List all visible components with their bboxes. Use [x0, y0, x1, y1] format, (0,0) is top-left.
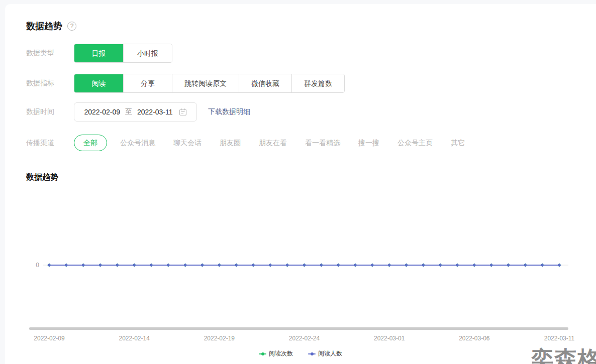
data-point [455, 263, 459, 267]
data-point [472, 263, 476, 267]
channel-option[interactable]: 朋友圈 [220, 139, 241, 148]
date-separator: 至 [125, 107, 132, 116]
watermark: 奕森格 [531, 344, 596, 364]
data-point [64, 263, 68, 267]
data-type-row: 数据类型 日报小时报 [26, 44, 596, 63]
data-point [285, 263, 289, 267]
data-point [98, 263, 102, 267]
data-time-row: 数据时间 2022-02-09 至 2022-03-11 下载数据明细 [26, 102, 596, 122]
data-point [370, 263, 374, 267]
legend-label: 阅读次数 [269, 349, 293, 358]
x-axis-label: 2022-02-19 [204, 335, 235, 342]
data-point [405, 263, 408, 267]
data-point [387, 263, 391, 267]
data-metric-group: 阅读分享跳转阅读原文微信收藏群发篇数 [74, 74, 345, 93]
data-metric-row: 数据指标 阅读分享跳转阅读原文微信收藏群发篇数 [26, 74, 596, 93]
channel-row: 传播渠道 全部公众号消息聊天会话朋友圈朋友在看看一看精选搜一搜公众号主页其它 [26, 135, 596, 151]
data-point [133, 263, 136, 267]
channel-option[interactable]: 公众号消息 [120, 139, 155, 148]
help-icon[interactable]: ? [67, 22, 76, 31]
data-point [201, 263, 204, 267]
x-axis-label: 2022-02-14 [119, 335, 150, 342]
data-point [268, 263, 272, 267]
data-type-label: 数据类型 [26, 49, 74, 58]
data-point [303, 263, 306, 267]
data-point [557, 263, 561, 267]
channel-option[interactable]: 全部 [74, 135, 107, 151]
data-trend-panel: 数据趋势 ? 数据类型 日报小时报 数据指标 阅读分享跳转阅读原文微信收藏群发篇… [5, 4, 596, 364]
data-point [251, 263, 255, 267]
data-point [149, 263, 153, 267]
data-point [353, 263, 357, 267]
data-point [47, 263, 51, 267]
channel-label: 传播渠道 [26, 139, 74, 148]
legend-item[interactable]: 阅读次数 [259, 349, 293, 358]
data-metric-option[interactable]: 阅读 [74, 74, 123, 92]
data-point [422, 263, 425, 267]
data-metric-option[interactable]: 群发篇数 [291, 74, 344, 92]
legend-marker-icon [308, 353, 316, 354]
data-point [507, 263, 510, 267]
channel-option[interactable]: 聊天会话 [173, 139, 202, 148]
x-axis-label: 2022-03-06 [459, 335, 490, 342]
legend-item[interactable]: 阅读人数 [308, 349, 342, 358]
download-data-link[interactable]: 下载数据明细 [208, 107, 250, 116]
calendar-icon [179, 108, 187, 116]
data-point [337, 263, 340, 267]
end-date: 2022-03-11 [137, 108, 173, 116]
legend-label: 阅读人数 [318, 349, 342, 358]
chart-legend: 阅读次数阅读人数 [5, 349, 596, 358]
data-point [166, 263, 170, 267]
data-type-option[interactable]: 小时报 [123, 44, 172, 62]
legend-marker-icon [259, 353, 266, 354]
data-metric-label: 数据指标 [26, 79, 74, 88]
trend-chart: 02022-02-092022-02-142022-02-192022-02-2… [5, 185, 596, 364]
start-date: 2022-02-09 [84, 108, 120, 116]
data-point [489, 263, 493, 267]
data-point [218, 263, 221, 267]
data-type-option[interactable]: 日报 [74, 44, 123, 62]
data-point [524, 263, 527, 267]
chart-section-title: 数据趋势 [26, 172, 596, 183]
data-metric-option[interactable]: 分享 [123, 74, 172, 92]
x-axis-label: 2022-03-11 [544, 335, 575, 342]
x-axis-label: 2022-02-09 [34, 335, 65, 342]
data-point [183, 263, 187, 267]
data-point [541, 263, 544, 267]
data-point [439, 263, 442, 267]
chart-canvas: 02022-02-092022-02-142022-02-192022-02-2… [5, 185, 596, 364]
data-time-label: 数据时间 [26, 107, 74, 116]
data-point [320, 263, 323, 267]
data-point [116, 263, 119, 267]
page-title-row: 数据趋势 ? [26, 20, 596, 32]
date-range-picker[interactable]: 2022-02-09 至 2022-03-11 [74, 102, 197, 122]
channel-option[interactable]: 看一看精选 [305, 139, 340, 148]
page-title: 数据趋势 [26, 20, 62, 32]
data-point [235, 263, 238, 267]
data-type-group: 日报小时报 [74, 44, 172, 63]
data-metric-option[interactable]: 微信收藏 [239, 74, 291, 92]
data-metric-option[interactable]: 跳转阅读原文 [172, 74, 239, 92]
x-axis-label: 2022-02-24 [289, 335, 320, 342]
channel-option[interactable]: 其它 [451, 139, 465, 148]
channel-list: 全部公众号消息聊天会话朋友圈朋友在看看一看精选搜一搜公众号主页其它 [74, 135, 465, 151]
data-point [81, 263, 85, 267]
y-axis-label: 0 [36, 262, 39, 269]
chart-scrollbar[interactable] [29, 327, 568, 330]
channel-option[interactable]: 公众号主页 [398, 139, 433, 148]
channel-option[interactable]: 搜一搜 [358, 139, 379, 148]
channel-option[interactable]: 朋友在看 [259, 139, 287, 148]
x-axis-label: 2022-03-01 [374, 335, 405, 342]
